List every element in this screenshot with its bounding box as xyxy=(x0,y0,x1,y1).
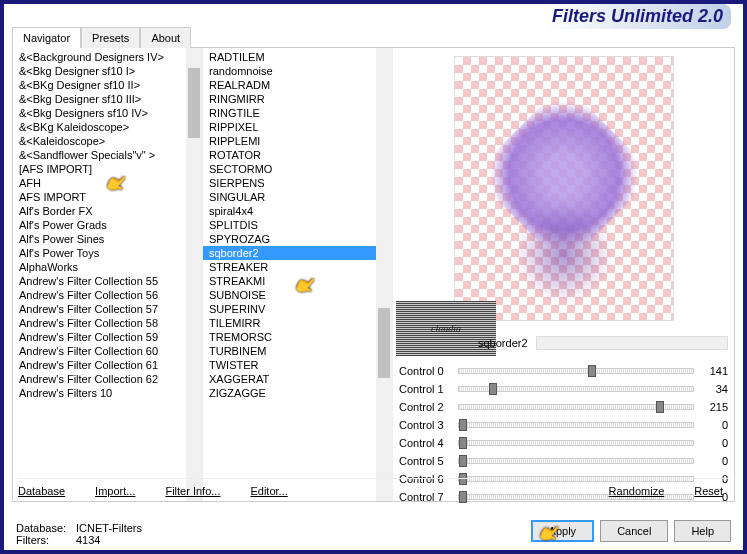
list-item[interactable]: Andrew's Filter Collection 57 xyxy=(13,302,186,316)
list-item[interactable]: ROTATOR xyxy=(203,148,376,162)
filter-list[interactable]: RADTILEMrandomnoiseREALRADMRINGMIRRRINGT… xyxy=(203,48,376,501)
filter-list-col: RADTILEMrandomnoiseREALRADMRINGMIRRRINGT… xyxy=(203,48,393,501)
list-item[interactable]: randomnoise xyxy=(203,64,376,78)
control-slider[interactable] xyxy=(458,458,694,464)
list-item[interactable]: &<Bkg Designers sf10 IV> xyxy=(13,106,186,120)
control-row: Control 2215 xyxy=(399,398,728,416)
control-slider[interactable] xyxy=(458,386,694,392)
control-thumb[interactable] xyxy=(459,419,467,431)
list-item[interactable]: Alf's Power Toys xyxy=(13,246,186,260)
tab-about[interactable]: About xyxy=(140,27,191,48)
list-item[interactable]: TURBINEM xyxy=(203,344,376,358)
control-row: Control 0141 xyxy=(399,362,728,380)
randomize-link[interactable]: Randomize xyxy=(609,485,665,502)
list-item[interactable]: RINGMIRR xyxy=(203,92,376,106)
cancel-button[interactable]: Cancel xyxy=(600,520,668,542)
control-thumb[interactable] xyxy=(656,401,664,413)
list-item[interactable]: Andrew's Filter Collection 55 xyxy=(13,274,186,288)
preview-image xyxy=(454,56,674,321)
bottom-links: Database Import... Filter Info... Editor… xyxy=(18,478,729,502)
app-title: Filters Unlimited 2.0 xyxy=(544,4,731,29)
database-link[interactable]: Database xyxy=(18,485,65,502)
list-item[interactable]: AFH xyxy=(13,176,186,190)
status-filters-value: 4134 xyxy=(76,534,100,546)
control-label: Control 0 xyxy=(399,365,454,377)
list-item[interactable]: AFS IMPORT xyxy=(13,190,186,204)
list-item[interactable]: &<BKg Designer sf10 II> xyxy=(13,78,186,92)
list-item[interactable]: RIPPLEMI xyxy=(203,134,376,148)
tab-presets[interactable]: Presets xyxy=(81,27,140,48)
list-item[interactable]: Andrew's Filter Collection 58 xyxy=(13,316,186,330)
list-item[interactable]: STREAKMI xyxy=(203,274,376,288)
list-item[interactable]: SPYROZAG xyxy=(203,232,376,246)
control-slider[interactable] xyxy=(458,440,694,446)
list-item[interactable]: &<Background Designers IV> xyxy=(13,50,186,64)
control-thumb[interactable] xyxy=(459,437,467,449)
control-row: Control 40 xyxy=(399,434,728,452)
list-item[interactable]: sqborder2 xyxy=(203,246,376,260)
list-item[interactable]: Andrew's Filter Collection 62 xyxy=(13,372,186,386)
list-item[interactable]: TREMORSC xyxy=(203,330,376,344)
list-item[interactable]: SPLITDIS xyxy=(203,218,376,232)
list-item[interactable]: spiral4x4 xyxy=(203,204,376,218)
list-item[interactable]: Andrew's Filter Collection 56 xyxy=(13,288,186,302)
apply-button[interactable]: Apply xyxy=(531,520,595,542)
list-item[interactable]: TILEMIRR xyxy=(203,316,376,330)
tab-content: &<Background Designers IV>&<Bkg Designer… xyxy=(12,47,735,502)
control-slider[interactable] xyxy=(458,404,694,410)
control-label: Control 5 xyxy=(399,455,454,467)
list-item[interactable]: RINGTILE xyxy=(203,106,376,120)
list-item[interactable]: Alf's Power Sines xyxy=(13,232,186,246)
list-item[interactable]: REALRADM xyxy=(203,78,376,92)
filter-info-link[interactable]: Filter Info... xyxy=(165,485,220,502)
editor-link[interactable]: Editor... xyxy=(250,485,287,502)
dialog-buttons: Apply Cancel Help xyxy=(531,520,731,542)
filter-scrollbar[interactable] xyxy=(376,48,392,501)
list-item[interactable]: STREAKER xyxy=(203,260,376,274)
list-item[interactable]: AlphaWorks xyxy=(13,260,186,274)
control-slider[interactable] xyxy=(458,368,694,374)
list-item[interactable]: TWISTER xyxy=(203,358,376,372)
control-label: Control 3 xyxy=(399,419,454,431)
list-item[interactable]: SIERPENS xyxy=(203,176,376,190)
list-item[interactable]: &<Bkg Designer sf10 I> xyxy=(13,64,186,78)
list-item[interactable]: ZIGZAGGE xyxy=(203,386,376,400)
scroll-thumb[interactable] xyxy=(378,308,390,378)
control-row: Control 30 xyxy=(399,416,728,434)
list-item[interactable]: &<Bkg Designer sf10 III> xyxy=(13,92,186,106)
control-slider[interactable] xyxy=(458,422,694,428)
category-scrollbar[interactable] xyxy=(186,48,202,501)
scroll-thumb[interactable] xyxy=(188,68,200,138)
category-list[interactable]: &<Background Designers IV>&<Bkg Designer… xyxy=(13,48,186,501)
list-item[interactable]: SINGULAR xyxy=(203,190,376,204)
control-value: 0 xyxy=(698,419,728,431)
list-item[interactable]: SUPERINV xyxy=(203,302,376,316)
list-item[interactable]: RADTILEM xyxy=(203,50,376,64)
list-item[interactable]: Andrew's Filter Collection 60 xyxy=(13,344,186,358)
selected-filter-name: sqborder2 xyxy=(478,337,528,349)
control-thumb[interactable] xyxy=(459,455,467,467)
list-item[interactable]: RIPPIXEL xyxy=(203,120,376,134)
list-item[interactable]: Andrew's Filters 10 xyxy=(13,386,186,400)
list-item[interactable]: &<BKg Kaleidoscope> xyxy=(13,120,186,134)
control-thumb[interactable] xyxy=(489,383,497,395)
import-link[interactable]: Import... xyxy=(95,485,135,502)
progress-bar xyxy=(536,336,728,350)
list-item[interactable]: SECTORMO xyxy=(203,162,376,176)
list-item[interactable]: Andrew's Filter Collection 61 xyxy=(13,358,186,372)
control-thumb[interactable] xyxy=(588,365,596,377)
control-label: Control 2 xyxy=(399,401,454,413)
list-item[interactable]: SUBNOISE xyxy=(203,288,376,302)
list-item[interactable]: &<Sandflower Specials"v" > xyxy=(13,148,186,162)
reset-link[interactable]: Reset xyxy=(694,485,723,502)
status-db-value: ICNET-Filters xyxy=(76,522,142,534)
list-item[interactable]: XAGGERAT xyxy=(203,372,376,386)
list-item[interactable]: Andrew's Filter Collection 59 xyxy=(13,330,186,344)
tab-navigator[interactable]: Navigator xyxy=(12,27,81,48)
list-item[interactable]: Alf's Border FX xyxy=(13,204,186,218)
list-item[interactable]: Alf's Power Grads xyxy=(13,218,186,232)
control-row: Control 50 xyxy=(399,452,728,470)
list-item[interactable]: &<Kaleidoscope> xyxy=(13,134,186,148)
list-item[interactable]: [AFS IMPORT] xyxy=(13,162,186,176)
help-button[interactable]: Help xyxy=(674,520,731,542)
